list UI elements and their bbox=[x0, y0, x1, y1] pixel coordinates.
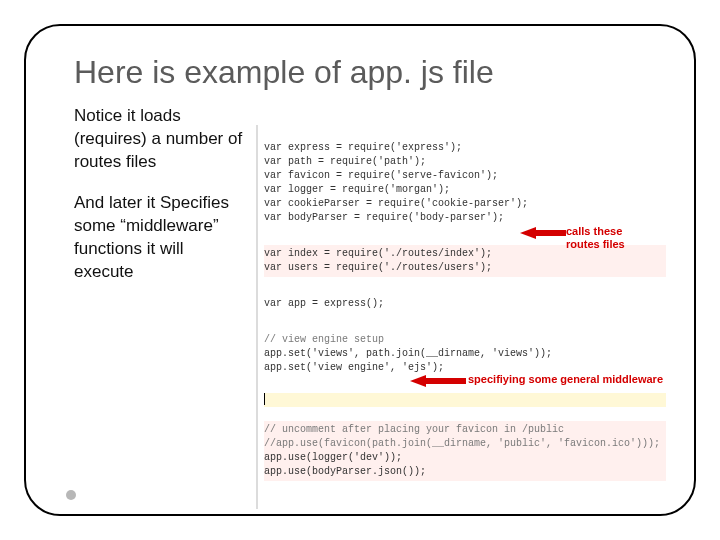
code-line: var users = require('./routes/users'); bbox=[264, 262, 492, 273]
code-line: var bodyParser = require('body-parser'); bbox=[264, 212, 504, 223]
slide-frame: Here is example of app. js file Notice i… bbox=[24, 24, 696, 516]
code-panel: var express = require('express'); var pa… bbox=[256, 125, 666, 509]
highlight-middleware: // uncomment after placing your favicon … bbox=[264, 421, 666, 481]
slide-title: Here is example of app. js file bbox=[74, 54, 666, 91]
code-line: var express = require('express'); bbox=[264, 142, 462, 153]
code-line: app.use(logger('dev')); bbox=[264, 452, 402, 463]
code-line: var path = require('path'); bbox=[264, 156, 426, 167]
code-line: var index = require('./routes/index'); bbox=[264, 248, 492, 259]
highlight-cursor-line bbox=[264, 393, 666, 407]
code-line: var favicon = require('serve-favicon'); bbox=[264, 170, 498, 181]
code-line: app.use(bodyParser.json()); bbox=[264, 466, 426, 477]
arrow-icon bbox=[410, 375, 466, 387]
code-line: app.set('view engine', 'ejs'); bbox=[264, 362, 444, 373]
code-comment: // view engine setup bbox=[264, 334, 384, 345]
code-block: var express = require('express'); var pa… bbox=[256, 125, 666, 509]
code-line: var cookieParser = require('cookie-parse… bbox=[264, 198, 528, 209]
code-comment: // uncomment after placing your favicon … bbox=[264, 424, 564, 435]
code-line: app.set('views', path.join(__dirname, 'v… bbox=[264, 348, 552, 359]
code-comment: //app.use(favicon(path.join(__dirname, '… bbox=[264, 438, 660, 449]
code-line: var logger = require('morgan'); bbox=[264, 184, 450, 195]
arrow-icon bbox=[520, 227, 566, 239]
text-cursor bbox=[264, 393, 265, 405]
annotation-middleware: specifiying some general middleware bbox=[466, 373, 666, 386]
content-row: Notice it loads (requires) a number of r… bbox=[74, 105, 666, 509]
annotation-routes: calls these routes files bbox=[566, 225, 656, 250]
slide-dot-icon bbox=[66, 490, 76, 500]
code-line: var app = express(); bbox=[264, 298, 384, 309]
left-column: Notice it loads (requires) a number of r… bbox=[74, 105, 244, 302]
paragraph-1: Notice it loads (requires) a number of r… bbox=[74, 105, 244, 174]
paragraph-2: And later it Specifies some “middleware”… bbox=[74, 192, 244, 284]
